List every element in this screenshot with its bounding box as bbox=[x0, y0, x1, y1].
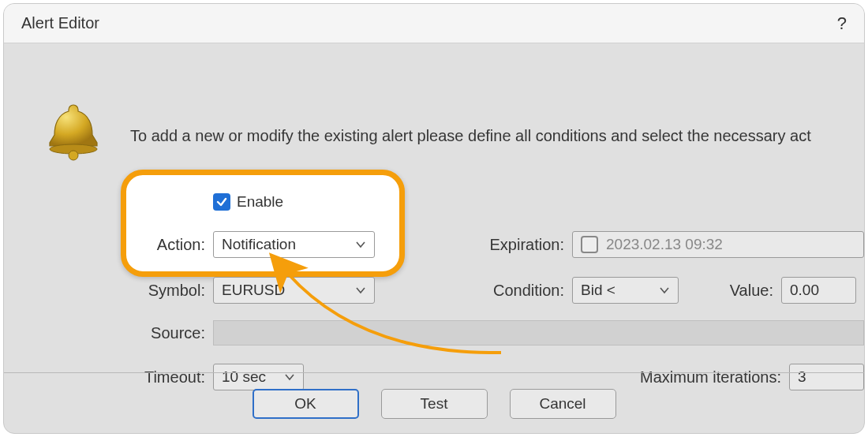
cancel-button[interactable]: Cancel bbox=[510, 389, 616, 419]
chevron-down-icon bbox=[355, 285, 366, 296]
cancel-label: Cancel bbox=[539, 395, 586, 413]
window-title: Alert Editor bbox=[21, 14, 99, 32]
row-symbol: Symbol: EURUSD Condition: Bid < Value: 0… bbox=[130, 274, 864, 307]
row-action: Action: Notification Expiration: 2023.02… bbox=[130, 228, 864, 261]
expiration-label: Expiration: bbox=[375, 236, 572, 254]
svg-point-1 bbox=[69, 151, 78, 160]
action-select[interactable]: Notification bbox=[213, 231, 375, 258]
test-button[interactable]: Test bbox=[381, 389, 488, 419]
expiration-checkbox[interactable] bbox=[581, 236, 598, 253]
row-source: Source: bbox=[130, 316, 864, 349]
check-icon bbox=[216, 196, 227, 207]
value-input[interactable]: 0.00 bbox=[781, 277, 856, 304]
enable-label: Enable bbox=[237, 193, 283, 211]
button-bar: OK Test Cancel bbox=[4, 372, 864, 419]
source-label: Source: bbox=[130, 324, 213, 342]
symbol-select[interactable]: EURUSD bbox=[213, 277, 375, 304]
chevron-down-icon bbox=[355, 239, 366, 250]
bell-icon bbox=[42, 100, 105, 163]
enable-checkbox[interactable] bbox=[213, 193, 230, 211]
action-value: Notification bbox=[222, 236, 296, 253]
value-label: Value: bbox=[679, 282, 781, 300]
help-icon[interactable]: ? bbox=[837, 13, 847, 34]
ok-label: OK bbox=[294, 395, 316, 413]
ok-button[interactable]: OK bbox=[253, 389, 359, 419]
symbol-value: EURUSD bbox=[222, 282, 285, 299]
alert-editor-dialog: Alert Editor ? To add a new or modify th… bbox=[3, 3, 865, 434]
condition-value: Bid < bbox=[581, 282, 615, 299]
row-enable: Enable bbox=[130, 185, 864, 218]
chevron-down-icon bbox=[659, 285, 670, 296]
symbol-label: Symbol: bbox=[130, 282, 213, 300]
titlebar: Alert Editor ? bbox=[4, 4, 864, 43]
expiration-field[interactable]: 2023.02.13 09:32 bbox=[572, 231, 864, 258]
source-input[interactable] bbox=[213, 320, 864, 345]
condition-select[interactable]: Bid < bbox=[572, 277, 679, 304]
test-label: Test bbox=[421, 395, 448, 413]
value-value: 0.00 bbox=[790, 282, 819, 299]
expiration-value: 2023.02.13 09:32 bbox=[606, 236, 723, 253]
condition-label: Condition: bbox=[375, 282, 572, 300]
action-label: Action: bbox=[130, 236, 213, 254]
content-area: To add a new or modify the existing aler… bbox=[4, 43, 864, 433]
instruction-text: To add a new or modify the existing aler… bbox=[130, 127, 864, 145]
